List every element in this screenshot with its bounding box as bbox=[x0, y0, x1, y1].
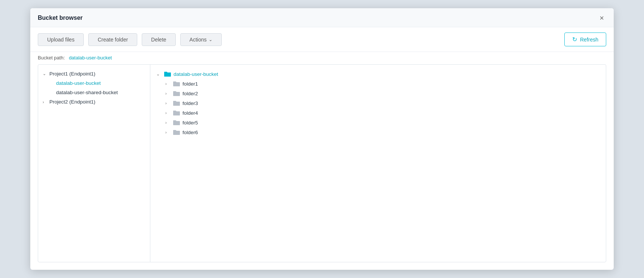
chevron-right-icon: › bbox=[43, 100, 48, 104]
datalab-user-shared-bucket-item[interactable]: datalab-user-shared-bucket bbox=[38, 88, 150, 97]
gray-folder-icon bbox=[173, 100, 180, 106]
gray-folder-icon bbox=[173, 81, 180, 87]
folder6-label: folder6 bbox=[183, 130, 198, 135]
datalab-user-bucket-item[interactable]: datalab-user-bucket bbox=[38, 78, 150, 88]
delete-button[interactable]: Delete bbox=[142, 33, 175, 46]
folder1-item[interactable]: › folder1 bbox=[150, 79, 606, 89]
folder3-item[interactable]: › folder3 bbox=[150, 98, 606, 108]
folder6-item[interactable]: › folder6 bbox=[150, 127, 606, 137]
right-root-bucket-label: datalab-user-bucket bbox=[174, 71, 218, 77]
chevron-down-icon: ⌄ bbox=[43, 71, 48, 76]
project1-label: Project1 (Endpoint1) bbox=[49, 71, 95, 77]
dialog-header: Bucket browser × bbox=[30, 8, 614, 27]
bucket-name-label: datalab-user-bucket bbox=[56, 80, 101, 86]
gray-folder-icon bbox=[173, 90, 180, 96]
chevron-right-icon: › bbox=[165, 120, 171, 125]
folder5-label: folder5 bbox=[183, 120, 198, 126]
gray-folder-icon bbox=[173, 120, 180, 126]
chevron-right-icon: › bbox=[165, 101, 171, 105]
bucket-path-bar: Bucket path: datalab-user-bucket bbox=[30, 52, 614, 64]
create-folder-button[interactable]: Create folder bbox=[88, 33, 137, 46]
upload-files-button[interactable]: Upload files bbox=[38, 33, 84, 46]
chevron-down-icon: ⌄ bbox=[156, 72, 162, 77]
close-button[interactable]: × bbox=[597, 13, 606, 22]
dialog-overlay: Bucket browser × Upload files Create fol… bbox=[0, 0, 644, 278]
main-content: ⌄ Project1 (Endpoint1) datalab-user-buck… bbox=[38, 64, 606, 262]
bucket-browser-dialog: Bucket browser × Upload files Create fol… bbox=[30, 8, 614, 270]
chevron-right-icon: › bbox=[165, 111, 171, 115]
gray-folder-icon bbox=[173, 129, 180, 135]
left-panel: ⌄ Project1 (Endpoint1) datalab-user-buck… bbox=[38, 65, 150, 262]
actions-button[interactable]: Actions ⌄ bbox=[180, 33, 222, 46]
refresh-label: Refresh bbox=[580, 37, 598, 43]
folder2-label: folder2 bbox=[183, 91, 198, 96]
project2-item[interactable]: › Project2 (Endpoint1) bbox=[38, 97, 150, 106]
folder5-item[interactable]: › folder5 bbox=[150, 118, 606, 127]
dialog-title: Bucket browser bbox=[38, 15, 83, 21]
folder1-label: folder1 bbox=[183, 81, 198, 87]
chevron-down-icon: ⌄ bbox=[209, 37, 212, 42]
right-root-bucket-item[interactable]: ⌄ datalab-user-bucket bbox=[150, 69, 606, 79]
folder4-item[interactable]: › folder4 bbox=[150, 108, 606, 118]
gray-folder-icon bbox=[173, 110, 180, 116]
bucket-path-link[interactable]: datalab-user-bucket bbox=[69, 55, 112, 61]
teal-folder-icon bbox=[164, 71, 171, 77]
chevron-right-icon: › bbox=[165, 130, 171, 135]
project2-label: Project2 (Endpoint1) bbox=[49, 99, 95, 105]
bucket-path-label: Bucket path: bbox=[38, 55, 65, 61]
folder2-item[interactable]: › folder2 bbox=[150, 89, 606, 98]
refresh-icon: ↻ bbox=[572, 36, 577, 43]
toolbar: Upload files Create folder Delete Action… bbox=[30, 27, 614, 52]
actions-label: Actions bbox=[190, 37, 207, 43]
refresh-button[interactable]: ↻ Refresh bbox=[564, 33, 606, 46]
shared-bucket-label: datalab-user-shared-bucket bbox=[56, 90, 118, 95]
right-panel: ⌄ datalab-user-bucket › bbox=[150, 65, 606, 262]
chevron-right-icon: › bbox=[165, 81, 171, 86]
folder3-label: folder3 bbox=[183, 101, 198, 106]
folder4-label: folder4 bbox=[183, 110, 198, 116]
chevron-right-icon: › bbox=[165, 91, 171, 96]
project1-item[interactable]: ⌄ Project1 (Endpoint1) bbox=[38, 69, 150, 78]
